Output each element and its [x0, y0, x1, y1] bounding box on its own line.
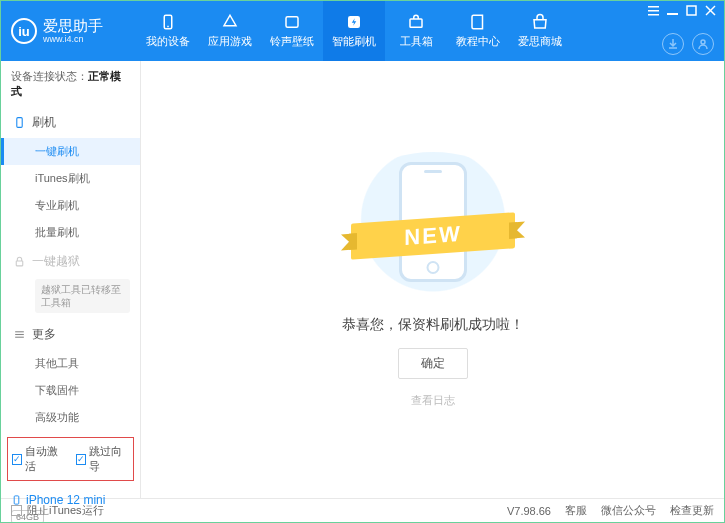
checkbox-skip-guide[interactable]: ✓ 跳过向导	[76, 444, 130, 474]
minimize-icon[interactable]	[667, 5, 678, 16]
download-button[interactable]	[662, 33, 684, 55]
nav-label: 爱思商城	[518, 34, 562, 49]
sidebar-item-download-fw[interactable]: 下载固件	[1, 377, 140, 404]
status-label: 设备连接状态：	[11, 70, 88, 82]
phone-icon	[13, 116, 26, 129]
sidebar: 设备连接状态：正常模式 刷机 一键刷机 iTunes刷机 专业刷机 批量刷机 一…	[1, 61, 141, 498]
main-nav: 我的设备 应用游戏 铃声壁纸 智能刷机 工具箱 教程中心 爱思商城	[137, 1, 571, 61]
menu-icon[interactable]	[648, 5, 659, 16]
header-actions	[662, 33, 714, 55]
ok-button[interactable]: 确定	[398, 348, 468, 379]
app-header: iu 爱思助手 www.i4.cn 我的设备 应用游戏 铃声壁纸 智能刷机 工具…	[1, 1, 724, 61]
section-more[interactable]: 更多	[1, 319, 140, 350]
svg-rect-13	[17, 118, 22, 128]
checkbox-label: 阻止iTunes运行	[27, 503, 104, 518]
nav-label: 我的设备	[146, 34, 190, 49]
nav-label: 应用游戏	[208, 34, 252, 49]
nav-my-device[interactable]: 我的设备	[137, 1, 199, 61]
device-status: 设备连接状态：正常模式	[1, 61, 140, 107]
nav-tutorials[interactable]: 教程中心	[447, 1, 509, 61]
check-icon: ✓	[12, 454, 22, 465]
wechat-link[interactable]: 微信公众号	[601, 503, 656, 518]
main-content: NEW 恭喜您，保资料刷机成功啦！ 确定 查看日志	[141, 61, 724, 498]
app-logo: iu 爱思助手 www.i4.cn	[11, 18, 131, 45]
success-illustration: NEW	[333, 152, 533, 302]
svg-rect-5	[648, 6, 659, 8]
sidebar-item-pro-flash[interactable]: 专业刷机	[1, 192, 140, 219]
nav-toolbox[interactable]: 工具箱	[385, 1, 447, 61]
checkbox-auto-activate[interactable]: ✓ 自动激活	[12, 444, 66, 474]
view-log-link[interactable]: 查看日志	[411, 393, 455, 408]
close-icon[interactable]	[705, 5, 716, 16]
body: 设备连接状态：正常模式 刷机 一键刷机 iTunes刷机 专业刷机 批量刷机 一…	[1, 61, 724, 498]
maximize-icon[interactable]	[686, 5, 697, 16]
success-message: 恭喜您，保资料刷机成功啦！	[342, 316, 524, 334]
svg-rect-4	[410, 19, 422, 27]
nav-label: 铃声壁纸	[270, 34, 314, 49]
phone-icon	[159, 13, 177, 31]
book-icon	[469, 13, 487, 31]
svg-rect-8	[667, 13, 678, 15]
lock-icon	[13, 255, 26, 268]
store-icon	[531, 13, 549, 31]
nav-smart-flash[interactable]: 智能刷机	[323, 1, 385, 61]
checkbox-icon	[11, 505, 22, 516]
footer-right: V7.98.66 客服 微信公众号 检查更新	[507, 503, 714, 518]
app-name: 爱思助手	[43, 18, 103, 35]
nav-store[interactable]: 爱思商城	[509, 1, 571, 61]
sidebar-item-itunes-flash[interactable]: iTunes刷机	[1, 165, 140, 192]
app-url: www.i4.cn	[43, 34, 103, 44]
nav-label: 教程中心	[456, 34, 500, 49]
more-icon	[13, 328, 26, 341]
section-label: 一键越狱	[32, 253, 80, 270]
apps-icon	[221, 13, 239, 31]
nav-ringtone-wallpaper[interactable]: 铃声壁纸	[261, 1, 323, 61]
svg-point-12	[701, 40, 705, 44]
nav-label: 工具箱	[400, 34, 433, 49]
svg-rect-9	[687, 6, 696, 15]
sidebar-item-oneclick-flash[interactable]: 一键刷机	[1, 138, 140, 165]
section-jailbreak: 一键越狱	[1, 246, 140, 277]
nav-label: 智能刷机	[332, 34, 376, 49]
flash-icon	[345, 13, 363, 31]
checkbox-label: 跳过向导	[89, 444, 129, 474]
section-flash[interactable]: 刷机	[1, 107, 140, 138]
options-box: ✓ 自动激活 ✓ 跳过向导	[7, 437, 134, 481]
version-label: V7.98.66	[507, 505, 551, 517]
section-label: 更多	[32, 326, 56, 343]
sidebar-item-batch-flash[interactable]: 批量刷机	[1, 219, 140, 246]
checkbox-label: 自动激活	[25, 444, 65, 474]
check-update-link[interactable]: 检查更新	[670, 503, 714, 518]
checkbox-block-itunes[interactable]: 阻止iTunes运行	[11, 503, 104, 518]
svg-rect-6	[648, 10, 659, 12]
svg-rect-7	[648, 14, 659, 16]
support-link[interactable]: 客服	[565, 503, 587, 518]
svg-rect-14	[16, 261, 23, 266]
check-icon: ✓	[76, 454, 86, 465]
section-label: 刷机	[32, 114, 56, 131]
wallpaper-icon	[283, 13, 301, 31]
jailbreak-note: 越狱工具已转移至工具箱	[35, 279, 130, 313]
sidebar-item-other-tools[interactable]: 其他工具	[1, 350, 140, 377]
user-button[interactable]	[692, 33, 714, 55]
svg-rect-2	[286, 17, 298, 28]
sidebar-item-advanced[interactable]: 高级功能	[1, 404, 140, 431]
footer-left: 阻止iTunes运行	[11, 503, 104, 518]
logo-icon: iu	[11, 18, 37, 44]
window-controls	[648, 5, 716, 16]
toolbox-icon	[407, 13, 425, 31]
nav-apps-games[interactable]: 应用游戏	[199, 1, 261, 61]
